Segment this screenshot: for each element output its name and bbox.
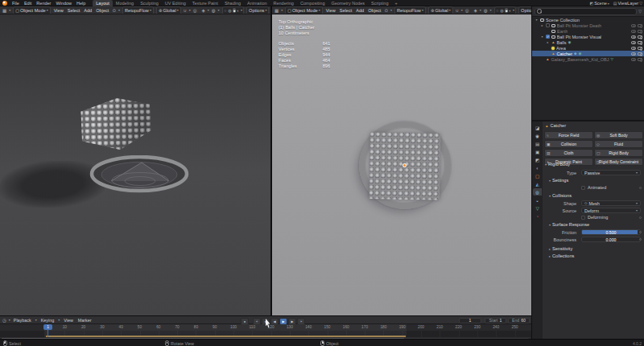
- timeline-menu-marker[interactable]: Marker: [77, 318, 93, 323]
- shading-rendered-icon[interactable]: ◐: [509, 8, 512, 13]
- menu-edit[interactable]: Edit: [22, 1, 34, 6]
- disable-in-renders-icon[interactable]: [638, 52, 642, 56]
- snap-magnet-icon[interactable]: ∪: [456, 8, 459, 13]
- animate-property-dot[interactable]: [639, 238, 642, 241]
- settings-panel-header[interactable]: ▾ Settings: [549, 178, 568, 183]
- viewport-menu-select[interactable]: Select: [67, 8, 81, 13]
- expand-icon[interactable]: ▸: [546, 40, 550, 44]
- outliner-row-balls[interactable]: ▸▲Balls◉: [532, 39, 644, 45]
- workspace-tab-animation[interactable]: Animation: [244, 0, 270, 6]
- outliner-row-earth[interactable]: Earth: [532, 28, 644, 34]
- viewport-options-menu[interactable]: Options▾: [518, 6, 531, 14]
- hide-in-viewport-icon[interactable]: [631, 52, 636, 56]
- disable-in-renders-icon[interactable]: [638, 47, 642, 50]
- menu-help[interactable]: Help: [74, 1, 88, 6]
- properties-tab-modifiers[interactable]: ◭: [533, 180, 542, 187]
- timeline-menu-keying[interactable]: Keying: [40, 318, 55, 323]
- current-frame-field[interactable]: 1: [459, 318, 481, 323]
- physics-button-rigid-body[interactable]: ▢Rigid Body: [594, 149, 643, 157]
- retopoflow-menu[interactable]: RetopoFlow▾: [394, 6, 426, 14]
- scene-selector[interactable]: ◩ Scene ▾: [589, 1, 609, 6]
- properties-tab-output[interactable]: ▤: [533, 140, 542, 147]
- outliner-row-catcher[interactable]: ▲Catcher◆◉: [532, 51, 644, 56]
- viewport-options-menu[interactable]: Options▾: [246, 6, 269, 14]
- animated-checkbox[interactable]: Animated: [581, 185, 606, 190]
- collection-checkbox[interactable]: [546, 23, 550, 27]
- viewport-menu-view[interactable]: View: [325, 8, 336, 13]
- physics-button-force-field[interactable]: ≈Force Field: [544, 131, 593, 139]
- physics-button-soft-body[interactable]: ◎Soft Body: [594, 131, 643, 139]
- properties-tab-scene[interactable]: ◩: [533, 156, 542, 163]
- shading-solid-icon[interactable]: ◍: [228, 8, 232, 13]
- deforming-checkbox[interactable]: Deforming: [581, 215, 608, 220]
- properties-tab-render[interactable]: ◉: [533, 132, 542, 139]
- animate-property-dot[interactable]: [639, 216, 642, 219]
- hide-in-viewport-icon[interactable]: [631, 35, 636, 39]
- physics-button-collision[interactable]: ▣Collision: [544, 140, 593, 148]
- properties-tab-tool[interactable]: ◪: [533, 124, 542, 131]
- outliner-filter-icon[interactable]: ▽: [638, 9, 642, 14]
- animate-property-dot[interactable]: [639, 231, 642, 233]
- viewport-editor-icon[interactable]: ▦: [2, 8, 6, 13]
- workspace-tab-geometry-nodes[interactable]: Geometry Nodes: [328, 0, 369, 6]
- workspace-tab-scripting[interactable]: Scripting: [368, 0, 391, 6]
- hide-in-viewport-icon[interactable]: [631, 30, 636, 33]
- overlays-icon[interactable]: ◍: [484, 8, 488, 13]
- viewport-menu-object[interactable]: Object: [95, 8, 109, 13]
- animate-property-dot[interactable]: [639, 187, 642, 189]
- outliner-row-scene-collection[interactable]: ▾Scene Collection: [532, 17, 644, 23]
- shading-material-icon[interactable]: ●: [505, 8, 508, 13]
- workspace-tab-sculpting[interactable]: Sculpting: [137, 0, 162, 6]
- physics-button-cloth[interactable]: ▤Cloth: [544, 149, 593, 157]
- rigid-body-type-dropdown[interactable]: Passive ▾: [581, 170, 641, 175]
- shading-wireframe-icon[interactable]: ○: [224, 8, 227, 13]
- properties-tab-constraints[interactable]: ◒: [533, 196, 542, 204]
- disable-in-renders-icon[interactable]: [638, 30, 642, 33]
- properties-tab-object[interactable]: ▢: [533, 172, 542, 179]
- workspace-tab-layout[interactable]: Layout: [93, 0, 113, 6]
- surface-response-panel-header[interactable]: ▾ Surface Response: [549, 222, 589, 227]
- workspace-tab-item[interactable]: +: [391, 0, 400, 6]
- workspace-tab-uv-editing[interactable]: UV Editing: [162, 0, 189, 6]
- bounciness-slider[interactable]: 0.000: [581, 237, 641, 242]
- outliner-search[interactable]: [535, 8, 637, 15]
- physics-button-rigid-body-constraint[interactable]: ◫Rigid Body Constraint: [594, 158, 643, 166]
- viewport-menu-add[interactable]: Add: [83, 8, 93, 13]
- frame-start-field[interactable]: Start 1: [485, 318, 506, 323]
- gizmos-icon[interactable]: ◈: [202, 8, 205, 13]
- collections-panel-header[interactable]: ▸ Collections: [549, 253, 574, 258]
- expand-icon[interactable]: ▾: [535, 18, 539, 22]
- menu-window[interactable]: Window: [53, 1, 74, 6]
- friction-slider[interactable]: 0.500: [581, 229, 641, 235]
- properties-tab-material[interactable]: ◔: [533, 212, 542, 220]
- disable-in-renders-icon[interactable]: [638, 24, 642, 27]
- workspace-tab-texture-paint[interactable]: Texture Paint: [189, 0, 221, 6]
- collection-checkbox[interactable]: ✓: [546, 35, 550, 39]
- workspace-tab-rendering[interactable]: Rendering: [270, 0, 297, 6]
- collisions-panel-header[interactable]: ▾ Collisions: [549, 193, 572, 198]
- shading-solid-icon[interactable]: ◍: [500, 8, 504, 13]
- overlays-icon[interactable]: ◍: [212, 8, 216, 13]
- frame-end-field[interactable]: End 60: [508, 318, 530, 323]
- viewport-editor-icon[interactable]: ▦: [275, 8, 279, 13]
- rigid-body-panel-header[interactable]: ▾ Rigid Body: [545, 162, 570, 167]
- mode-selector[interactable]: ▢Object Mode▾: [285, 6, 322, 14]
- outliner-row-ball-pit-monster-visual[interactable]: ▾✓Ball Pit Monster Visual: [532, 34, 644, 39]
- properties-tab-world[interactable]: ◐: [533, 164, 542, 171]
- menu-file[interactable]: File: [10, 1, 22, 6]
- shading-rendered-icon[interactable]: ◐: [237, 8, 240, 13]
- left-3d-viewport[interactable]: [0, 14, 270, 315]
- blender-logo-icon[interactable]: [2, 1, 7, 6]
- filter-icon[interactable]: ▽: [639, 1, 642, 6]
- transform-orientation-selector[interactable]: ⊕Global▾: [156, 6, 181, 14]
- shape-dropdown[interactable]: ◇ Mesh ▾: [581, 200, 641, 206]
- outliner-row-galaxy-basemesh-kid-obj[interactable]: ▲Galaxy_Basemesh_Kid_OBJ▽: [532, 56, 644, 62]
- properties-tab-view-layer[interactable]: ▣: [533, 148, 542, 155]
- workspace-tab-shading[interactable]: Shading: [221, 0, 244, 6]
- playhead-frame-badge[interactable]: 1: [43, 324, 52, 330]
- disable-in-renders-icon[interactable]: [638, 35, 642, 39]
- hide-in-viewport-icon[interactable]: [631, 41, 636, 44]
- sensitivity-panel-header[interactable]: ▸ Sensitivity: [549, 246, 572, 251]
- mode-selector[interactable]: ▢Object Mode▾: [13, 6, 50, 14]
- viewport-menu-object[interactable]: Object: [367, 8, 382, 13]
